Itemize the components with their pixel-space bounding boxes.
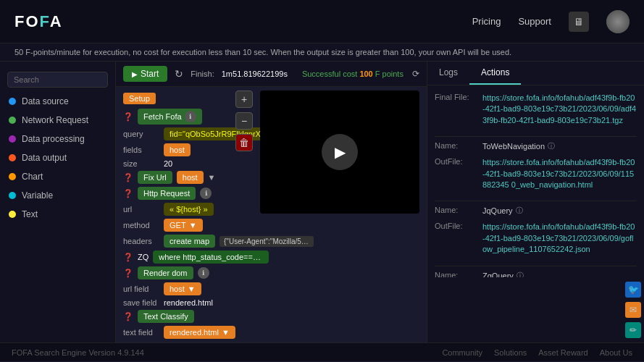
block-save-field-1: save field rendered.html [123,298,419,307]
twitter-icon[interactable]: 🐦 [625,282,641,298]
url-field-value[interactable]: host ▼ [164,282,201,295]
zq-label: ZQ [138,253,149,261]
jqquery-name: JqQuery ⓘ [482,206,523,216]
tab-logs[interactable]: Logs [427,62,469,85]
sidebar-item-chart[interactable]: Chart [0,167,115,186]
fix-url-block[interactable]: Fix Url [138,171,172,184]
cost-unit: F points [375,70,403,78]
monitor-icon[interactable]: 🖥 [569,12,589,32]
fetch-fofa-block[interactable]: Fetch Fofa ℹ [138,109,202,125]
zq-value[interactable]: where http_status_code==200 | drop http_… [153,251,269,264]
block-method: method GET ▼ [123,219,419,232]
block-url-field: url field host ▼ [123,282,419,295]
reload-icon[interactable]: ⟳ [412,69,419,79]
jqquery-section: Name: JqQuery ⓘ OutFile: https://store.f… [435,206,637,255]
cost-value: 100 [359,70,372,78]
outfile-key-1: OutFile: [435,157,478,190]
question-icon-render: ❓ [123,269,133,278]
email-icon[interactable]: ✉ [625,302,641,318]
size-value: 20 [164,159,172,168]
nav-pricing[interactable]: Pricing [472,16,501,27]
info-icon-3: ⓘ [517,271,524,277]
sidebar-label-text: Text [22,209,38,219]
render-badge: ℹ [198,267,209,279]
zqquery-section: Name: ZqQuery ⓘ OutFile: https://store.f… [435,271,637,277]
headers-label: headers [123,237,159,245]
http-request-block[interactable]: Http Request [138,187,196,200]
save-field-1-value: rendered.html [164,298,213,307]
dot-data-output [9,154,16,161]
question-icon-fetch: ❓ [123,112,133,122]
panel-content: Final File: https://store.fofa.info/fofa… [427,85,644,277]
panel-tabs: Logs Actions [427,62,644,85]
sidebar-item-data-output[interactable]: Data output [0,148,115,167]
footer-nav: Community Solutions Asset Reward About U… [442,348,632,357]
play-button[interactable]: ▶ [322,134,358,170]
towebnavigation-name: ToWebNavigation ⓘ [482,141,555,151]
finish-value: 1m51.819622199s [222,70,288,78]
user-avatar[interactable] [606,10,630,33]
divider-3 [435,266,637,266]
header: FOFA Pricing Support 🖥 [0,0,644,43]
url-field-label: url field [123,285,159,293]
fields-value[interactable]: host [164,143,191,156]
edit-icon[interactable]: ✏ [625,322,641,338]
outfile-key-2: OutFile: [435,222,478,255]
info-text: 50 F-points/minute for execution, no cos… [14,48,511,56]
dot-variable [9,192,16,199]
float-controls: + − 🗑 [235,90,253,151]
footer-community[interactable]: Community [442,348,482,357]
sidebar-item-data-processing[interactable]: Data processing [0,130,115,148]
fix-url-arrow: ▼ [208,173,216,182]
fields-label: fields [123,146,159,154]
zoom-out-button[interactable]: − [235,112,253,130]
text-field-label: text field [123,328,159,337]
fix-url-host[interactable]: host [177,171,204,184]
question-icon-http: ❓ [123,189,133,198]
zqquery-label: ZqQuery [482,272,514,277]
sidebar-item-data-source[interactable]: Data source [0,92,115,111]
footer-asset-reward[interactable]: Asset Reward [538,348,587,357]
refresh-icon[interactable]: ↻ [175,68,183,80]
jqquery-outfile[interactable]: https://store.fofa.info/fofahub/adf43f9b… [482,222,637,255]
logo: FOFA [14,12,63,31]
final-file-key: Final File: [435,93,478,126]
towebnavigation-label: ToWebNavigation [482,142,545,151]
sidebar-label-chart: Chart [22,172,43,182]
name-key-2: Name: [435,206,478,216]
search-input[interactable] [7,72,108,88]
final-file-val[interactable]: https://store.fofa.info/fofahub/adf43f9b… [482,93,637,126]
fetch-fofa-label: Fetch Fofa [143,112,182,121]
sidebar: Data source Network Request Data process… [0,62,116,342]
render-dom-block[interactable]: Render dom [138,266,193,279]
info-icon-2: ⓘ [516,206,523,216]
zoom-in-button[interactable]: + [235,90,253,108]
text-classify-block[interactable]: Text Classify [138,310,194,323]
info-icon-1: ⓘ [548,141,555,151]
method-value[interactable]: GET ▼ [164,219,203,232]
sidebar-item-text[interactable]: Text [0,205,115,224]
create-map-btn[interactable]: create map [164,235,215,248]
text-field-value[interactable]: rendered.html ▼ [164,326,235,339]
tab-actions[interactable]: Actions [469,62,521,85]
start-button[interactable]: Start [123,66,167,82]
finish-label: Finish: [191,70,214,78]
start-label: Start [141,69,159,79]
zqquery-name: ZqQuery ⓘ [482,271,524,277]
url-value[interactable]: « ${host} » [164,203,214,216]
block-text-classify: ❓ Text Classify [123,310,419,323]
sidebar-label-data-processing: Data processing [22,134,85,144]
divider-1 [435,136,637,137]
sidebar-item-variable[interactable]: Variable [0,186,115,205]
text-field-chevron: ▼ [222,328,230,337]
sidebar-item-network-request[interactable]: Network Request [0,111,115,130]
block-text-field: text field rendered.html ▼ [123,326,419,339]
footer-about-us[interactable]: About Us [600,348,632,357]
footer-solutions[interactable]: Solutions [494,348,527,357]
delete-button[interactable]: 🗑 [235,134,253,151]
dot-data-processing [9,135,16,143]
sidebar-label-variable: Variable [22,190,53,201]
towebnavigation-section: Name: ToWebNavigation ⓘ OutFile: https:/… [435,141,637,190]
towebnavigation-outfile[interactable]: https://store.fofa.info/fofahub/adf43f9b… [482,157,637,190]
nav-support[interactable]: Support [518,16,551,27]
